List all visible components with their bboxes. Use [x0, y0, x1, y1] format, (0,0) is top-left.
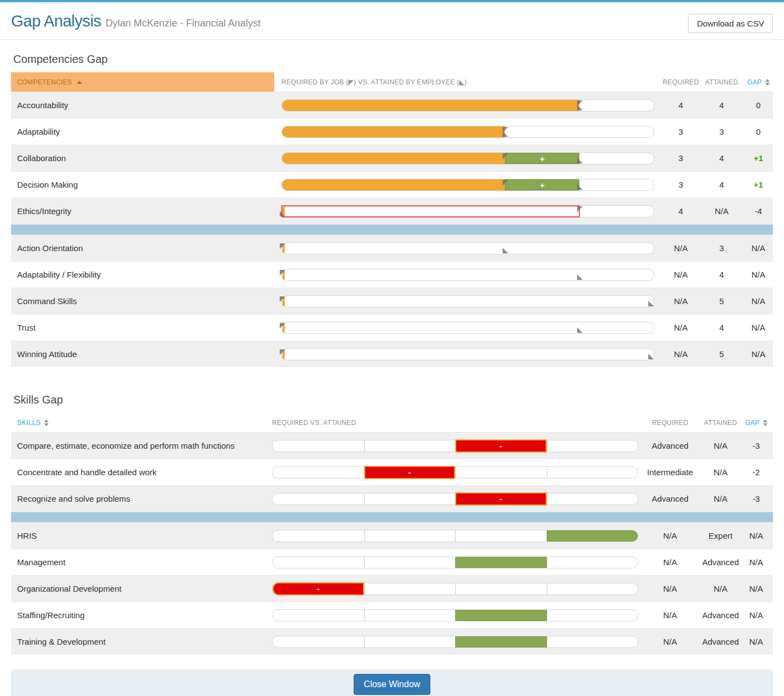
skill-name: Training & Development	[11, 637, 272, 646]
deficit-block: -	[455, 439, 547, 453]
skill-level-divider	[364, 530, 365, 541]
attained-marker-icon	[280, 211, 285, 216]
bar-track	[281, 99, 654, 111]
skill-name: Recognize and solve problems	[11, 494, 272, 503]
competencies-heading: Competencies Gap	[13, 53, 771, 66]
skill-level-divider	[455, 583, 456, 594]
skill-bar-track: -	[272, 466, 638, 479]
gap-value: N/A	[739, 584, 773, 593]
competency-name: Trust	[11, 323, 274, 332]
attained-value: 5	[700, 296, 744, 306]
sort-icon	[44, 419, 49, 426]
competency-bar-cell	[274, 295, 662, 307]
attained-marker-icon	[503, 248, 508, 253]
close-window-button[interactable]: Close Window	[354, 674, 430, 695]
skill-bar-cell	[272, 530, 638, 542]
required-value: 3	[662, 127, 700, 136]
skill-level-divider	[547, 636, 547, 647]
attained-value: 4	[700, 100, 744, 110]
competencies-column-header[interactable]: COMPETENCIES	[11, 72, 274, 92]
competency-name: Decision Making	[11, 180, 274, 189]
gap-value: N/A	[739, 610, 773, 620]
competency-name: Command Skills	[11, 296, 274, 306]
bar-track: +	[281, 179, 654, 191]
required-fill-bar	[282, 153, 505, 164]
skills-column-header[interactable]: SKILLS	[11, 413, 272, 432]
section-divider-row	[11, 512, 773, 522]
attained-marker-icon	[648, 354, 654, 359]
competency-name: Adaptability	[11, 127, 274, 136]
gap-column-header[interactable]: GAP	[739, 419, 773, 427]
attained-value: N/A	[702, 584, 739, 593]
surplus-bar: +	[505, 153, 579, 164]
page-header: Gap AnalysisDylan McKenzie - Financial A…	[0, 2, 784, 40]
competencies-table-header: COMPETENCIES REQUIRED BY JOB (◤) VS. ATT…	[11, 72, 773, 92]
required-value: N/A	[638, 531, 702, 540]
required-marker-icon	[280, 270, 285, 275]
competency-row: Action OrientationN/A3N/A	[11, 235, 773, 261]
bar-track	[281, 348, 654, 360]
skill-bar-track	[272, 609, 638, 621]
skill-bar-track	[272, 556, 638, 569]
sort-icon	[763, 419, 767, 426]
attained-value: 4	[700, 270, 744, 279]
attained-marker-icon	[503, 131, 508, 137]
surplus-block	[547, 530, 638, 541]
required-marker-icon	[280, 296, 285, 302]
skill-bar-cell: -	[272, 493, 638, 505]
skill-bar-track: -	[272, 583, 638, 595]
bar-legend-header: REQUIRED BY JOB (◤) VS. ATTAINED BY EMPL…	[274, 78, 662, 86]
sort-icon	[765, 79, 770, 86]
required-marker-icon	[280, 349, 285, 355]
gap-column-header[interactable]: GAP	[744, 78, 773, 86]
gap-value: N/A	[744, 270, 773, 279]
skills-table: SKILLS REQUIRED VS. ATTAINED REQUIRED AT…	[11, 413, 773, 655]
required-value: N/A	[662, 323, 700, 332]
surplus-block	[455, 610, 547, 621]
gap-value: N/A	[744, 323, 773, 332]
competency-row: Adaptability / FlexibilityN/A4N/A	[11, 261, 773, 288]
skill-row: Compare, estimate, economize and perform…	[11, 432, 773, 459]
gap-value: N/A	[744, 296, 773, 306]
attained-value: Advanced	[702, 557, 739, 567]
gap-value: -3	[739, 494, 773, 503]
gap-value: -2	[739, 467, 773, 477]
gap-column-label: GAP	[747, 78, 761, 86]
skill-bar-track	[272, 636, 638, 648]
footer: Close Window	[11, 670, 773, 696]
skill-level-divider	[455, 467, 456, 478]
gap-value: N/A	[744, 243, 773, 253]
deficit-block: -	[455, 492, 547, 506]
attained-value: 4	[700, 323, 744, 332]
skill-bar-cell: -	[272, 583, 638, 595]
bar-track	[281, 242, 654, 254]
skills-table-body: Compare, estimate, economize and perform…	[11, 432, 773, 655]
competency-row: TrustN/A4N/A	[11, 314, 773, 341]
surplus-bar: +	[505, 179, 579, 190]
attained-value: N/A	[702, 467, 739, 477]
skill-row: Organizational Development-N/AN/AN/A	[11, 575, 773, 602]
main-content: Competencies Gap COMPETENCIES REQUIRED B…	[11, 53, 773, 655]
skill-level-divider	[364, 440, 365, 451]
sort-ascending-icon	[77, 81, 82, 84]
skill-level-divider	[364, 583, 365, 594]
competency-name: Adaptability / Flexibility	[11, 270, 274, 279]
attained-value: Advanced	[702, 637, 739, 646]
skill-bar-track	[272, 530, 638, 542]
skills-bar-legend-header: REQUIRED VS. ATTAINED	[272, 419, 638, 427]
attained-value: 3	[700, 243, 744, 253]
required-value: N/A	[638, 637, 702, 646]
gap-value: N/A	[739, 557, 773, 567]
attained-value: 4	[700, 180, 744, 189]
required-value: N/A	[662, 243, 700, 253]
deficit-block: -	[364, 466, 456, 479]
download-csv-button[interactable]: Download as CSV	[688, 14, 773, 33]
skill-row: Training & DevelopmentN/AAdvancedN/A	[11, 628, 773, 655]
skill-row: Recognize and solve problems-AdvancedN/A…	[11, 485, 773, 512]
gap-value: 0	[744, 127, 773, 136]
skill-level-divider	[364, 557, 365, 568]
competency-bar-cell: +	[274, 152, 662, 164]
skill-level-divider	[364, 636, 365, 647]
skill-name: Staffing/Recruiting	[11, 610, 272, 620]
attained-value: Advanced	[702, 610, 739, 620]
